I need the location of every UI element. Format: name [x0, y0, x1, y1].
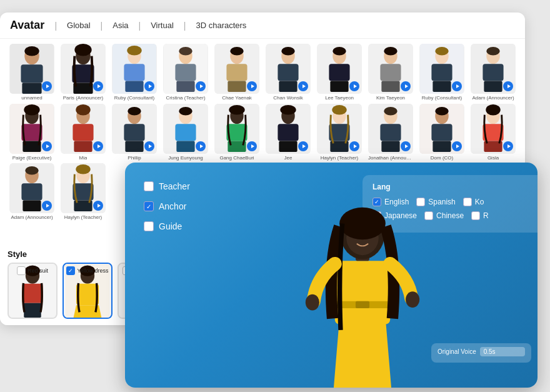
svg-point-54 [24, 104, 39, 116]
lang-ko[interactable]: Ko [463, 198, 484, 206]
teacher-checkbox[interactable] [144, 181, 154, 191]
avatar-card[interactable]: Jee [264, 104, 312, 161]
avatar-name: Chae Yaenak [222, 95, 252, 101]
avatar-card[interactable]: Phillip [110, 104, 159, 161]
anchor-checkbox[interactable]: ✓ [144, 201, 154, 211]
teacher-label: Teacher [159, 181, 190, 191]
role-guide[interactable]: Guide [144, 221, 190, 231]
avatar-card[interactable]: unnamed [8, 44, 56, 101]
play-button[interactable] [452, 81, 462, 91]
avatar-name: Paris (Announcer) [63, 95, 103, 101]
avatar-card[interactable]: Gisla [469, 104, 518, 161]
ko-checkbox[interactable] [463, 198, 472, 206]
avatar-card[interactable]: Haylyn (Teacher) [315, 104, 364, 161]
avatar-card[interactable]: Ruby (Consultant) [110, 44, 159, 101]
style-checkbox[interactable] [17, 266, 26, 275]
avatar-card[interactable]: Paige (Executive) [8, 104, 56, 161]
avatar-card[interactable]: Ruby (Consultant) [418, 44, 466, 101]
avatar-card[interactable]: Adam (Announcer) [8, 163, 56, 221]
avatar-card[interactable]: Chae Yaenak [212, 44, 261, 101]
svg-point-24 [230, 47, 243, 56]
anchor-label: Anchor [159, 201, 186, 211]
play-button[interactable] [144, 141, 154, 151]
play-button[interactable] [349, 141, 359, 151]
role-teacher[interactable]: Teacher [144, 181, 190, 191]
style-checkbox[interactable]: ✓ [66, 266, 75, 275]
svg-point-14 [127, 46, 141, 56]
svg-rect-102 [21, 183, 42, 200]
avatar-name: Haylyn (Teacher) [64, 214, 102, 221]
avatar-name: Mia [79, 155, 88, 161]
play-button[interactable] [196, 81, 206, 91]
play-button[interactable] [452, 141, 462, 151]
play-button[interactable] [298, 81, 308, 91]
svg-rect-43 [432, 81, 451, 93]
avatar-card[interactable]: Adam (Announcer) [469, 44, 518, 101]
play-button[interactable] [349, 81, 359, 91]
play-button[interactable] [93, 141, 103, 151]
voice-speed[interactable]: 0.5s [480, 347, 525, 356]
avatar-card[interactable]: Haylyn (Teacher) [59, 163, 108, 221]
r-checkbox[interactable] [471, 211, 480, 220]
svg-point-69 [179, 106, 192, 115]
play-button[interactable] [401, 81, 411, 91]
avatar-card[interactable]: Dom (CO) [418, 104, 466, 161]
svg-rect-22 [226, 64, 247, 81]
svg-rect-113 [24, 303, 41, 318]
role-anchor[interactable]: ✓ Anchor [144, 201, 190, 211]
avatar-card[interactable]: Jonathan (Announcer) [366, 104, 415, 161]
play-button[interactable] [503, 141, 513, 151]
avatar-card[interactable]: Gang ChaeBuri [212, 104, 261, 161]
avatar-name: Haylyn (Teacher) [321, 155, 358, 161]
style-card-label: Red suit [9, 266, 56, 275]
play-button[interactable] [298, 141, 308, 151]
play-button[interactable] [247, 81, 257, 91]
nav-virtual[interactable]: Virtual [151, 21, 174, 30]
svg-point-74 [229, 105, 244, 115]
play-button[interactable] [503, 81, 513, 91]
avatar-card[interactable]: Kim Taeyeon [366, 44, 415, 101]
lang-r[interactable]: R [471, 211, 489, 220]
svg-rect-129 [356, 301, 369, 308]
svg-rect-3 [22, 83, 41, 94]
svg-point-44 [435, 47, 448, 56]
style-card-yellow-dress[interactable]: ✓ Yellow dress [62, 263, 112, 319]
svg-rect-127 [335, 261, 390, 324]
svg-rect-112 [22, 284, 43, 303]
play-button[interactable] [247, 141, 257, 151]
avatar-name: Jee [284, 155, 292, 161]
svg-point-9 [74, 44, 91, 56]
play-button[interactable] [42, 141, 52, 151]
svg-rect-88 [381, 141, 399, 152]
avatar-card[interactable]: Jung Eunyoung [161, 104, 210, 161]
svg-point-104 [25, 166, 38, 175]
guide-checkbox[interactable] [144, 221, 154, 231]
play-button[interactable] [196, 141, 206, 151]
avatar-card[interactable]: Paris (Announcer) [59, 44, 108, 101]
avatar-name: Kim Taeyeon [376, 95, 405, 101]
svg-point-84 [332, 105, 346, 115]
avatar-name: Dom (CO) [431, 155, 453, 161]
voice-panel: Original Voice 0.5s [431, 343, 531, 363]
avatar-name: Jung Eunyoung [168, 155, 203, 161]
play-button[interactable] [401, 141, 411, 151]
nav-3d[interactable]: 3D characters [196, 21, 246, 30]
play-button[interactable] [93, 81, 103, 91]
style-card-red-suit[interactable]: Red suit [8, 263, 58, 319]
svg-rect-48 [484, 81, 502, 93]
svg-rect-47 [482, 64, 503, 81]
avatar-card[interactable]: Chan Wonsik [264, 44, 312, 101]
nav-asia[interactable]: Asia [112, 21, 128, 30]
avatar-card[interactable]: Cristina (Teacher) [161, 44, 210, 101]
play-button[interactable] [144, 81, 154, 91]
svg-point-109 [76, 164, 90, 174]
avatar-card[interactable]: Mia [59, 104, 108, 161]
svg-rect-92 [431, 124, 452, 141]
play-button[interactable] [42, 81, 52, 91]
nav-global[interactable]: Global [67, 21, 91, 30]
svg-point-137 [406, 291, 419, 308]
svg-rect-117 [76, 284, 99, 305]
voice-label: Original Voice [438, 348, 476, 355]
avatar-card[interactable]: Lee Taeyeon [315, 44, 364, 101]
svg-point-79 [280, 105, 296, 115]
